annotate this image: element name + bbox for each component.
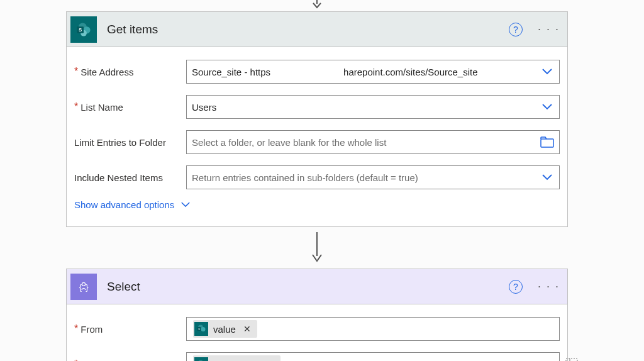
field-site-address: * Site Address Source_site - httpsharepo… (74, 60, 560, 84)
site-address-dropdown[interactable]: Source_site - httpsharepoint.com/sites/S… (186, 60, 560, 84)
label-text: Include Nested Items (74, 172, 163, 183)
field-label: * Site Address (74, 66, 186, 77)
card-header[interactable]: S Get items ? · · · (67, 12, 567, 47)
arrow-down-icon (309, 232, 325, 264)
label-text: List Name (80, 102, 123, 113)
chevron-down-icon (541, 68, 553, 75)
link-text: Show advanced options (74, 199, 174, 210)
label-text: Limit Entries to Folder (74, 137, 166, 148)
field-label: Include Nested Items (74, 172, 186, 183)
sharepoint-icon: S (194, 322, 208, 336)
required-asterisk: * (74, 101, 78, 113)
svg-text:}: } (86, 282, 89, 291)
field-label: * List Name (74, 101, 186, 113)
card-body: * From S value (67, 304, 567, 361)
svg-point-10 (82, 282, 85, 286)
field-label: Limit Entries to Folder (74, 137, 186, 148)
svg-rect-6 (541, 139, 553, 147)
folder-icon[interactable] (540, 136, 554, 148)
svg-rect-19 (566, 358, 577, 361)
label-text: Site Address (80, 67, 133, 77)
field-label: * From (74, 323, 186, 335)
placeholder-text: Return entries contained in sub-folders … (192, 172, 554, 183)
field-limit-folder: Limit Entries to Folder Select a folder,… (74, 130, 560, 154)
connector-arrow (66, 227, 568, 269)
input-value: Source_site - httpsharepoint.com/sites/S… (192, 67, 554, 77)
required-asterisk: * (74, 358, 78, 361)
limit-folder-input[interactable]: Select a folder, or leave blank for the … (186, 130, 560, 154)
chevron-down-icon (541, 103, 553, 111)
list-name-dropdown[interactable]: Users (186, 95, 560, 119)
svg-text:S: S (198, 328, 200, 331)
remove-token-icon[interactable]: ✕ (241, 324, 253, 334)
field-include-nested: Include Nested Items Return entries cont… (74, 165, 560, 189)
card-title: Get items (107, 23, 509, 36)
include-nested-dropdown[interactable]: Return entries contained in sub-folders … (186, 165, 560, 189)
action-card-get-items: S Get items ? · · · * Site Address Sourc… (66, 11, 568, 227)
card-title: Select (107, 280, 509, 294)
dynamic-content-token[interactable]: S User Email ✕ (193, 355, 280, 361)
connector-incoming (66, 0, 568, 11)
required-asterisk: * (74, 66, 78, 77)
sharepoint-icon: S (194, 357, 208, 361)
card-header[interactable]: { } Select ? · · · (67, 269, 567, 304)
sharepoint-icon: S (70, 16, 97, 43)
from-input[interactable]: S value ✕ (186, 317, 560, 341)
map-input[interactable]: S User Email ✕ (186, 352, 560, 361)
token-label: User Email (213, 359, 259, 362)
svg-text:S: S (79, 27, 82, 33)
help-icon[interactable]: ? (509, 23, 523, 36)
placeholder-text: Select a folder, or leave blank for the … (192, 137, 554, 148)
action-card-select: { } Select ? · · · * From (66, 269, 568, 361)
field-label: * Map (74, 358, 186, 361)
switch-to-text-mode-icon[interactable] (565, 358, 578, 361)
data-operation-icon: { } (70, 274, 97, 300)
more-menu-icon[interactable]: · · · (538, 23, 560, 36)
field-map: * Map S User Email (74, 352, 560, 361)
dynamic-content-token[interactable]: S value ✕ (193, 320, 257, 338)
more-menu-icon[interactable]: · · · (538, 280, 560, 293)
chevron-down-icon (541, 174, 553, 181)
help-icon[interactable]: ? (509, 280, 523, 294)
field-from: * From S value (74, 317, 560, 341)
label-text: Map (80, 359, 99, 362)
svg-point-12 (201, 327, 206, 331)
token-label: value (213, 324, 236, 335)
card-body: * Site Address Source_site - httpsharepo… (67, 47, 567, 226)
arrow-down-icon (311, 0, 323, 9)
required-asterisk: * (74, 323, 78, 335)
input-value: Users (192, 102, 554, 113)
label-text: From (80, 324, 103, 335)
field-list-name: * List Name Users (74, 95, 560, 119)
show-advanced-options-link[interactable]: Show advanced options (74, 194, 191, 216)
chevron-down-icon (180, 201, 191, 208)
